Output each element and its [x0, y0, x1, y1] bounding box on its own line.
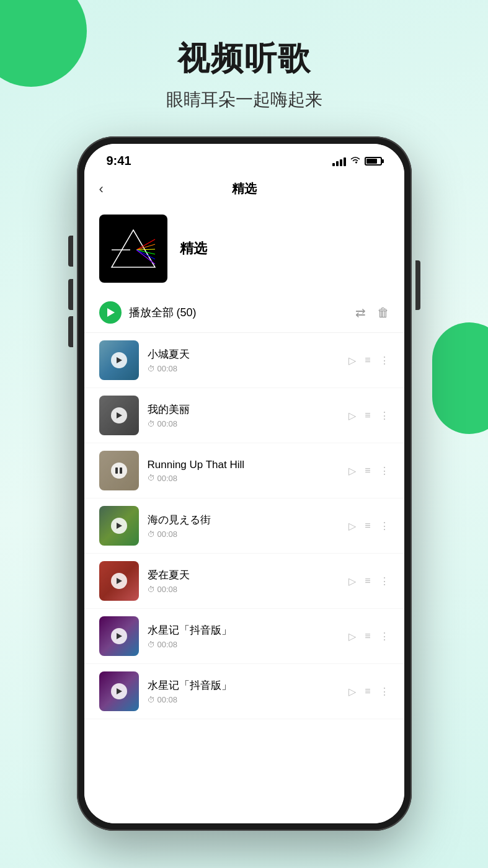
pause-button[interactable] — [111, 463, 127, 479]
play-all-button[interactable] — [99, 301, 122, 324]
nav-title: 精选 — [232, 180, 257, 197]
status-bar: 9:41 — [84, 144, 404, 173]
more-icon[interactable]: ⋮ — [379, 686, 389, 698]
video-play-icon[interactable]: ▷ — [348, 686, 356, 698]
play-button[interactable] — [111, 352, 127, 368]
duration-value: 00:08 — [157, 529, 178, 539]
play-icon — [117, 523, 122, 529]
clock-icon: ⏱ — [148, 420, 155, 428]
duration-value: 00:08 — [157, 585, 178, 594]
thumbnail-overlay — [99, 396, 139, 435]
song-thumbnail — [99, 561, 139, 601]
menu-icon[interactable]: ≡ — [365, 520, 370, 531]
list-item[interactable]: 水星记「抖音版」 ⏱ 00:08 ▷ ≡ ⋮ — [84, 664, 404, 719]
song-thumbnail — [99, 396, 139, 435]
play-all-label: 播放全部 (50) — [129, 305, 197, 320]
song-info: 爱在夏天 ⏱ 00:08 — [148, 568, 340, 594]
thumbnail-overlay — [99, 616, 139, 656]
thumbnail-overlay — [99, 671, 139, 711]
battery-icon — [365, 157, 382, 166]
play-all-bar: 播放全部 (50) ⇄ 🗑 — [84, 293, 404, 333]
song-title: 我的美丽 — [148, 402, 340, 417]
song-info: 我的美丽 ⏱ 00:08 — [148, 402, 340, 428]
play-button[interactable] — [111, 518, 127, 534]
song-actions: ▷ ≡ ⋮ — [348, 686, 389, 698]
play-icon — [117, 578, 122, 584]
list-item[interactable]: 海の見える街 ⏱ 00:08 ▷ ≡ ⋮ — [84, 498, 404, 554]
phone-frame: 9:41 — [77, 136, 412, 831]
clock-icon: ⏱ — [148, 474, 155, 482]
more-icon[interactable]: ⋮ — [379, 410, 389, 422]
play-icon — [117, 688, 122, 694]
phone-screen: 9:41 — [84, 144, 404, 823]
song-info: 水星记「抖音版」 ⏱ 00:08 — [148, 678, 340, 704]
video-play-icon[interactable]: ▷ — [348, 575, 356, 587]
clock-icon: ⏱ — [148, 585, 155, 594]
more-icon[interactable]: ⋮ — [379, 465, 389, 477]
song-thumbnail — [99, 451, 139, 490]
video-play-icon[interactable]: ▷ — [348, 520, 356, 532]
thumbnail-overlay — [99, 506, 139, 546]
song-actions: ▷ ≡ ⋮ — [348, 355, 389, 366]
song-thumbnail — [99, 506, 139, 546]
list-item[interactable]: 我的美丽 ⏱ 00:08 ▷ ≡ ⋮ — [84, 388, 404, 443]
page-subtitle: 眼睛耳朵一起嗨起来 — [0, 88, 488, 112]
more-icon[interactable]: ⋮ — [379, 355, 389, 366]
menu-icon[interactable]: ≡ — [365, 355, 370, 366]
song-actions: ▷ ≡ ⋮ — [348, 410, 389, 422]
song-title: 爱在夏天 — [148, 568, 340, 582]
song-actions: ▷ ≡ ⋮ — [348, 631, 389, 642]
more-icon[interactable]: ⋮ — [379, 575, 389, 587]
menu-icon[interactable]: ≡ — [365, 575, 370, 587]
clock-icon: ⏱ — [148, 365, 155, 373]
song-thumbnail — [99, 340, 139, 380]
play-icon — [117, 357, 122, 363]
play-icon — [117, 412, 122, 418]
play-all-actions: ⇄ 🗑 — [355, 305, 389, 320]
video-play-icon[interactable]: ▷ — [348, 355, 356, 366]
duration-value: 00:08 — [157, 474, 178, 483]
delete-icon[interactable]: 🗑 — [377, 306, 389, 320]
song-title: 海の見える街 — [148, 513, 340, 527]
video-play-icon[interactable]: ▷ — [348, 631, 356, 642]
play-button[interactable] — [111, 628, 127, 644]
song-title: 水星记「抖音版」 — [148, 678, 340, 693]
video-play-icon[interactable]: ▷ — [348, 410, 356, 422]
song-title: 小城夏天 — [148, 347, 340, 361]
list-item[interactable]: 水星记「抖音版」 ⏱ 00:08 ▷ ≡ ⋮ — [84, 609, 404, 664]
song-actions: ▷ ≡ ⋮ — [348, 575, 389, 587]
menu-icon[interactable]: ≡ — [365, 410, 370, 421]
list-item[interactable]: 爱在夏天 ⏱ 00:08 ▷ ≡ ⋮ — [84, 554, 404, 609]
song-thumbnail — [99, 671, 139, 711]
more-icon[interactable]: ⋮ — [379, 520, 389, 532]
list-item[interactable]: 小城夏天 ⏱ 00:08 ▷ ≡ ⋮ — [84, 333, 404, 388]
play-all-left: 播放全部 (50) — [99, 301, 197, 324]
song-duration: ⏱ 00:08 — [148, 419, 340, 428]
duration-value: 00:08 — [157, 364, 178, 373]
thumbnail-overlay — [99, 340, 139, 380]
menu-icon[interactable]: ≡ — [365, 465, 370, 476]
menu-icon[interactable]: ≡ — [365, 686, 370, 697]
play-button[interactable] — [111, 683, 127, 699]
song-duration: ⏱ 00:08 — [148, 585, 340, 594]
song-title: Running Up That Hill — [148, 459, 340, 471]
thumbnail-overlay — [99, 451, 139, 490]
repeat-icon[interactable]: ⇄ — [355, 305, 366, 320]
more-icon[interactable]: ⋮ — [379, 631, 389, 642]
song-duration: ⏱ 00:08 — [148, 364, 340, 373]
clock-icon: ⏱ — [148, 696, 155, 704]
play-button[interactable] — [111, 407, 127, 423]
menu-icon[interactable]: ≡ — [365, 631, 370, 642]
song-actions: ▷ ≡ ⋮ — [348, 465, 389, 477]
song-info: Running Up That Hill ⏱ 00:08 — [148, 459, 340, 483]
svg-marker-0 — [112, 230, 155, 267]
nav-bar: ‹ 精选 — [84, 173, 404, 205]
play-button[interactable] — [111, 573, 127, 589]
list-item[interactable]: Running Up That Hill ⏱ 00:08 ▷ ≡ ⋮ — [84, 443, 404, 498]
song-thumbnail — [99, 616, 139, 656]
song-duration: ⏱ 00:08 — [148, 640, 340, 649]
signal-icon — [332, 156, 346, 166]
wifi-icon — [350, 156, 361, 167]
back-button[interactable]: ‹ — [99, 181, 104, 197]
video-play-icon[interactable]: ▷ — [348, 465, 356, 477]
